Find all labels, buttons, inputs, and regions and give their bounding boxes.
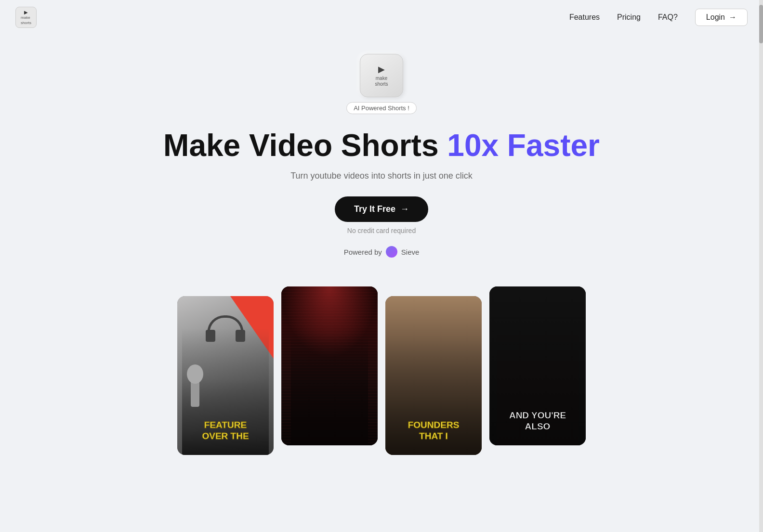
hero-headline: Make Video Shorts 10x Faster bbox=[163, 129, 600, 162]
card-1-caption: FEATURE OVER THE bbox=[202, 420, 249, 442]
login-label: Login bbox=[706, 13, 725, 22]
app-icon-text: makeshorts bbox=[375, 76, 388, 87]
login-button[interactable]: Login → bbox=[695, 9, 748, 26]
ai-badge: AI Powered Shorts ! bbox=[346, 102, 417, 114]
hero-section: ▶ makeshorts AI Powered Shorts ! Make Vi… bbox=[0, 35, 763, 282]
powered-by: Powered by Sieve bbox=[344, 246, 420, 258]
app-icon-play: ▶ bbox=[378, 64, 385, 75]
cta-arrow: → bbox=[400, 204, 409, 214]
try-it-free-button[interactable]: Try It Free → bbox=[335, 196, 428, 222]
video-card-1[interactable]: FEATURE OVER THE bbox=[177, 296, 274, 455]
scrollbar-thumb[interactable] bbox=[759, 5, 763, 43]
sieve-brand-name: Sieve bbox=[401, 248, 420, 256]
app-icon: ▶ makeshorts bbox=[360, 54, 403, 97]
nav-links: Features Pricing FAQ? Login → bbox=[569, 9, 748, 26]
nav-features[interactable]: Features bbox=[569, 13, 600, 22]
login-arrow: → bbox=[729, 13, 737, 22]
card-1-caption-line2: OVER THE bbox=[202, 431, 249, 442]
no-credit-card-text: No credit card required bbox=[347, 227, 416, 234]
nav-pricing[interactable]: Pricing bbox=[617, 13, 641, 22]
logo-play-icon: ▶ bbox=[24, 9, 28, 15]
headline-part1: Make Video Shorts bbox=[163, 128, 447, 163]
powered-by-label: Powered by bbox=[344, 248, 382, 256]
logo-icon: ▶ makeshorts bbox=[15, 7, 37, 28]
card-3-caption: FOUNDERS THAT I bbox=[408, 420, 460, 442]
ai-badge-label: AI Powered Shorts ! bbox=[354, 104, 409, 112]
card-4-caption-line2: ALSO bbox=[509, 421, 566, 432]
video-card-2[interactable] bbox=[281, 286, 378, 445]
card-4-caption-line1: AND YOU'RE bbox=[509, 410, 566, 421]
card-3-caption-line1: FOUNDERS bbox=[408, 420, 460, 431]
navbar: ▶ makeshorts Features Pricing FAQ? Login… bbox=[0, 0, 763, 35]
video-card-3[interactable]: FOUNDERS THAT I bbox=[385, 296, 482, 455]
scrollbar[interactable] bbox=[759, 0, 763, 532]
card-4-caption: AND YOU'RE ALSO bbox=[509, 410, 566, 432]
video-card-4[interactable]: AND YOU'RE ALSO bbox=[489, 286, 586, 445]
card-1-caption-line1: FEATURE bbox=[202, 420, 249, 431]
nav-faq[interactable]: FAQ? bbox=[658, 13, 678, 22]
logo-text: makeshorts bbox=[21, 15, 31, 26]
headline-accent: 10x Faster bbox=[447, 128, 600, 163]
logo[interactable]: ▶ makeshorts bbox=[15, 7, 37, 28]
sieve-logo-icon bbox=[386, 246, 397, 258]
hero-subtext: Turn youtube videos into shorts in just … bbox=[290, 171, 473, 181]
card-3-caption-line2: THAT I bbox=[408, 431, 460, 442]
cta-label: Try It Free bbox=[354, 204, 395, 214]
video-grid: FEATURE OVER THE FOUNDERS THAT I bbox=[0, 286, 763, 455]
